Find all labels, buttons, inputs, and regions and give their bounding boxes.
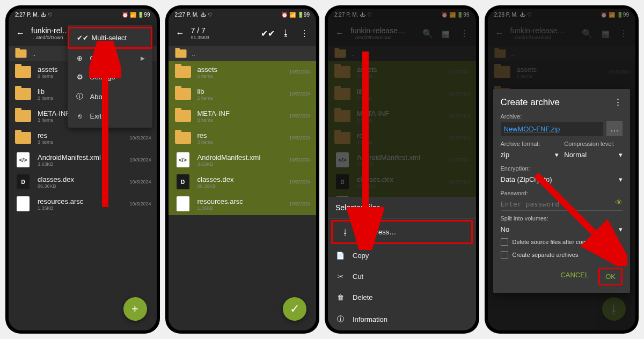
menu-about[interactable]: ⓘ About	[68, 86, 152, 107]
split-select[interactable]: No▾	[501, 223, 623, 235]
folder-icon	[14, 64, 32, 79]
create-archive-dialog: Create archive ⋮ Archive: … Archive form…	[493, 89, 631, 293]
fab-add[interactable]: +	[123, 297, 147, 321]
level-select[interactable]: Normal▾	[564, 149, 623, 161]
folder-icon	[174, 86, 192, 101]
select-all-icon[interactable]: ✔✔	[260, 26, 275, 41]
selection-size: 91.35KB	[191, 35, 258, 40]
info-icon: ⓘ	[75, 92, 85, 101]
file-icon	[14, 196, 32, 211]
file-name: lib	[197, 87, 284, 95]
menu-multi-select[interactable]: ✔✔ Multi-select	[68, 27, 152, 49]
file-list[interactable]: assets6 items10/3/2024lib2 items10/3/202…	[169, 61, 317, 330]
file-icon	[174, 196, 192, 211]
file-icon: </>	[14, 152, 32, 167]
file-name: classes.dex	[38, 175, 124, 183]
file-icon: D	[174, 174, 192, 189]
sheet-info[interactable]: ⓘ Information	[328, 308, 476, 330]
file-row[interactable]: </>AndroidManifest.xml3.63KB10/3/2024	[9, 149, 157, 171]
app-bar: ← 7 / 7 91.35KB ✔✔ ⭳ ⋮	[169, 20, 317, 46]
archive-name-input[interactable]	[501, 122, 604, 136]
file-date: 10/3/2024	[129, 201, 151, 207]
file-row[interactable]: META-INF3 items10/3/2024	[169, 105, 317, 127]
folder-icon	[174, 64, 192, 79]
screenshot-1: 2:27 P. M.🕹 ♡ ⏰ 📶 🔋99 ← funkin-rel… …ate…	[5, 5, 160, 334]
sheet-copy[interactable]: 📄 Copy	[328, 245, 476, 266]
file-row[interactable]: resources.arsc1.35KB10/3/2024	[169, 193, 317, 215]
sheet-cut[interactable]: ✂ Cut	[328, 266, 476, 287]
file-meta: 1.35KB	[197, 205, 284, 211]
file-row[interactable]: resources.arsc1.35KB10/3/2024	[9, 193, 157, 215]
file-row[interactable]: lib2 items10/3/2024	[169, 83, 317, 105]
file-date: 10/3/2024	[289, 157, 311, 163]
copy-icon: 📄	[335, 252, 345, 260]
password-input[interactable]	[501, 198, 623, 211]
file-name: resources.arsc	[38, 197, 124, 205]
cancel-button[interactable]: CANCEL	[555, 268, 594, 285]
menu-exit[interactable]: ⎋ Exit	[68, 107, 152, 126]
check-separate-archives[interactable]: Create separate archives	[501, 248, 623, 261]
file-date: 10/3/2024	[289, 201, 311, 207]
file-icon: D	[14, 174, 32, 189]
menu-settings[interactable]: ⚙ Settings	[68, 68, 152, 86]
file-date: 10/3/2024	[289, 179, 311, 185]
plus-circle-icon: ⊕	[75, 54, 85, 62]
file-row[interactable]: res3 items10/3/2024	[9, 127, 157, 149]
file-name: AndroidManifest.xml	[197, 153, 284, 161]
back-icon[interactable]: ←	[13, 26, 28, 41]
file-date: 10/3/2024	[289, 69, 311, 75]
folder-up-icon	[175, 49, 186, 57]
file-date: 10/3/2024	[289, 91, 311, 97]
trash-icon: 🗑	[335, 293, 345, 301]
show-password-icon[interactable]: 👁	[615, 198, 623, 207]
file-name: res	[197, 131, 284, 139]
folder-icon	[14, 130, 32, 145]
exit-icon: ⎋	[75, 112, 85, 120]
breadcrumb[interactable]: ..	[169, 46, 317, 61]
info-icon: ⓘ	[335, 314, 345, 324]
file-name: res	[38, 131, 124, 139]
file-row[interactable]: assets6 items10/3/2024	[169, 61, 317, 83]
file-row[interactable]: Dclasses.dex86.36KB10/3/2024	[169, 171, 317, 193]
file-date: 10/3/2024	[289, 135, 311, 141]
ok-button[interactable]: OK	[598, 268, 623, 285]
file-name: AndroidManifest.xml	[38, 153, 124, 161]
file-date: 10/3/2024	[129, 157, 151, 163]
check-delete-source[interactable]: Delete source files after compression	[501, 235, 623, 248]
browse-button[interactable]: …	[606, 121, 623, 136]
file-meta: 3.63KB	[38, 161, 124, 167]
selection-count: 7 / 7	[191, 26, 258, 35]
file-meta: 3 items	[38, 139, 124, 145]
folder-icon	[174, 130, 192, 145]
file-meta: 2 items	[197, 95, 284, 101]
compress-icon: ⭳	[340, 228, 350, 236]
sheet-title: Selected files	[328, 197, 476, 219]
status-bar: 2:27 P. M.🕹 ♡ ⏰ 📶 🔋99	[169, 9, 317, 20]
sheet-compress[interactable]: ⭳ Compress…	[331, 220, 473, 244]
file-meta: 3 items	[197, 139, 284, 145]
file-meta: 3 items	[197, 117, 284, 123]
overflow-icon[interactable]: ⋮	[297, 26, 312, 41]
fab-confirm[interactable]: ✓	[283, 297, 306, 321]
dialog-overflow-icon[interactable]: ⋮	[613, 97, 623, 108]
file-date: 10/3/2024	[129, 179, 151, 185]
download-icon[interactable]: ⭳	[279, 26, 294, 41]
back-icon[interactable]: ←	[173, 26, 188, 41]
format-select[interactable]: zip▾	[501, 149, 559, 161]
sheet-delete[interactable]: 🗑 Delete	[328, 287, 476, 308]
screenshot-3: 2:27 P. M.🕹 ♡ ⏰ 📶 🔋99 ← funkin-release… …	[325, 5, 479, 334]
dialog-title: Create archive	[501, 97, 560, 108]
file-row[interactable]: </>AndroidManifest.xml3.63KB10/3/2024	[169, 149, 317, 171]
file-name: resources.arsc	[197, 197, 284, 205]
file-name: classes.dex	[197, 175, 284, 183]
overflow-menu: ✔✔ Multi-select ⊕ Create▶ ⚙ Settings ⓘ A…	[68, 25, 152, 128]
folder-icon	[174, 108, 192, 123]
encryption-select[interactable]: Data (ZipCrypto)▾	[501, 173, 623, 186]
file-name: META-INF	[197, 109, 284, 117]
folder-icon	[14, 86, 32, 101]
menu-create[interactable]: ⊕ Create▶	[68, 49, 152, 68]
status-bar: 2:27 P. M.🕹 ♡ ⏰ 📶 🔋99	[9, 9, 157, 20]
file-row[interactable]: res3 items10/3/2024	[169, 127, 317, 149]
file-row[interactable]: Dclasses.dex86.36KB10/3/2024	[9, 171, 157, 193]
file-meta: 3.63KB	[197, 161, 284, 167]
